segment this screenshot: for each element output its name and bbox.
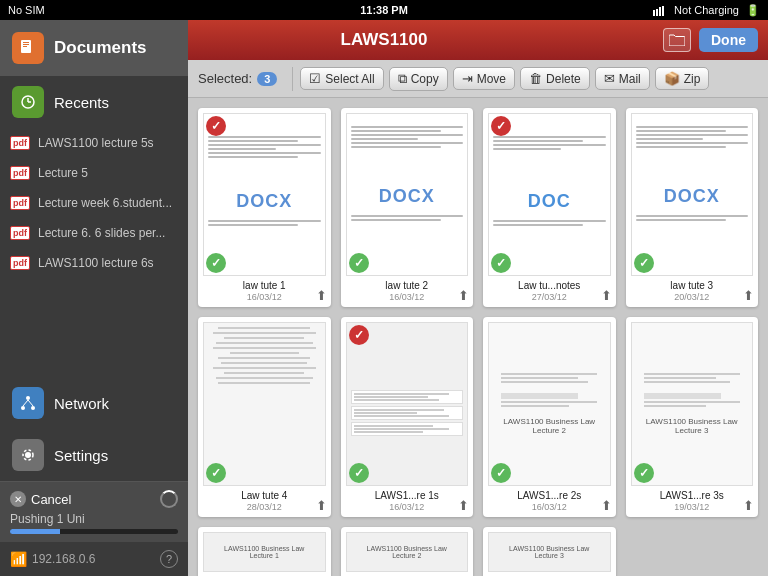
share-icon-2[interactable]: ⬆ bbox=[601, 288, 612, 303]
file-date-2: 27/03/12 bbox=[532, 292, 567, 302]
selected-count-badge: 3 bbox=[257, 72, 277, 86]
copy-icon: ⧉ bbox=[398, 71, 407, 87]
status-time: 11:38 PM bbox=[360, 4, 408, 16]
move-label: Move bbox=[477, 72, 506, 86]
mail-icon: ✉ bbox=[604, 71, 615, 86]
file-card-4[interactable]: ✓ Law tute 4 28/03/12 ⬆ bbox=[198, 317, 331, 516]
wifi-ip: 192.168.0.6 bbox=[32, 552, 95, 566]
cancel-push-area: ✕ Cancel Pushing 1 Uni bbox=[0, 482, 188, 542]
selected-check-3: ✓ bbox=[634, 253, 654, 273]
cancel-x-icon: ✕ bbox=[10, 491, 26, 507]
cancel-label: Cancel bbox=[31, 492, 71, 507]
sidebar-file-3[interactable]: pdf Lecture 6. 6 slides per... bbox=[0, 218, 188, 248]
selected-count-area: Selected: 3 bbox=[198, 71, 277, 86]
file-card-2[interactable]: ✓ DOC bbox=[483, 108, 616, 307]
pdf-badge: pdf bbox=[10, 166, 30, 180]
share-icon-3[interactable]: ⬆ bbox=[743, 288, 754, 303]
file-name-grid-2: Law tu...notes bbox=[518, 280, 580, 292]
file-name-grid-3: law tute 3 bbox=[670, 280, 713, 292]
red-check-5: ✓ bbox=[349, 325, 369, 345]
share-icon-4[interactable]: ⬆ bbox=[316, 498, 327, 513]
sidebar-item-network[interactable]: Network bbox=[0, 377, 188, 429]
file-card-10[interactable]: LAWS1100 Business LawLecture 3 bbox=[483, 527, 616, 576]
delete-icon: 🗑 bbox=[529, 71, 542, 86]
move-button[interactable]: ⇥ Move bbox=[453, 67, 515, 90]
progress-bar bbox=[10, 529, 178, 534]
file-name-grid-6: LAWS1...re 2s bbox=[517, 490, 581, 502]
share-icon-0[interactable]: ⬆ bbox=[316, 288, 327, 303]
share-icon-6[interactable]: ⬆ bbox=[601, 498, 612, 513]
file-thumb-3: DOCX ✓ bbox=[631, 113, 754, 276]
share-icon-7[interactable]: ⬆ bbox=[743, 498, 754, 513]
file-thumb-2: ✓ DOC bbox=[488, 113, 611, 276]
file-card-7[interactable]: LAWS1100 Business LawLecture 3 ✓ LAWS1..… bbox=[626, 317, 759, 516]
folder-button[interactable] bbox=[663, 28, 691, 52]
status-right: Not Charging 🔋 bbox=[653, 4, 760, 17]
recents-icon bbox=[12, 86, 44, 118]
file-card-1[interactable]: DOCX ✓ law tute 2 16/03/12 ⬆ bbox=[341, 108, 474, 307]
zip-label: Zip bbox=[684, 72, 701, 86]
file-card-8[interactable]: LAWS1100 Business LawLecture 1 bbox=[198, 527, 331, 576]
file-grid-container[interactable]: ✓ DOCX bbox=[188, 98, 768, 576]
copy-button[interactable]: ⧉ Copy bbox=[389, 67, 448, 91]
svg-rect-7 bbox=[23, 46, 27, 47]
file-type-label-0: DOCX bbox=[236, 191, 292, 212]
file-name-4: LAWS1100 lecture 6s bbox=[38, 256, 154, 270]
sidebar-file-list: pdf LAWS1100 lecture 5s pdf Lecture 5 pd… bbox=[0, 128, 188, 377]
file-type-label-2: DOC bbox=[528, 191, 571, 212]
sidebar-file-2[interactable]: pdf Lecture week 6.student... bbox=[0, 188, 188, 218]
sidebar-file-0[interactable]: pdf LAWS1100 lecture 5s bbox=[0, 128, 188, 158]
cancel-push-row: ✕ Cancel bbox=[10, 490, 178, 508]
zip-button[interactable]: 📦 Zip bbox=[655, 67, 710, 90]
file-thumb-6: LAWS1100 Business LawLecture 2 ✓ bbox=[488, 322, 611, 485]
file-name-grid-0: law tute 1 bbox=[243, 280, 286, 292]
file-type-label-1: DOCX bbox=[379, 186, 435, 207]
file-thumb-7: LAWS1100 Business LawLecture 3 ✓ bbox=[631, 322, 754, 485]
file-name-grid-4: Law tute 4 bbox=[241, 490, 287, 502]
documents-icon bbox=[12, 32, 44, 64]
svg-rect-5 bbox=[23, 42, 29, 43]
main-content: LAWS1100 Done Selected: 3 ☑ Select All ⧉… bbox=[188, 20, 768, 576]
file-card-3[interactable]: DOCX ✓ law tute 3 20/03/12 ⬆ bbox=[626, 108, 759, 307]
sidebar-file-4[interactable]: pdf LAWS1100 lecture 6s bbox=[0, 248, 188, 278]
svg-rect-3 bbox=[662, 6, 664, 16]
delete-button[interactable]: 🗑 Delete bbox=[520, 67, 590, 90]
file-card-0[interactable]: ✓ DOCX bbox=[198, 108, 331, 307]
pdf-badge: pdf bbox=[10, 136, 30, 150]
svg-rect-6 bbox=[23, 44, 29, 45]
file-date-3: 20/03/12 bbox=[674, 292, 709, 302]
file-card-6[interactable]: LAWS1100 Business LawLecture 2 ✓ LAWS1..… bbox=[483, 317, 616, 516]
file-card-9[interactable]: LAWS1100 Business LawLecture 2 bbox=[341, 527, 474, 576]
selected-check-4: ✓ bbox=[206, 463, 226, 483]
selected-check-6: ✓ bbox=[491, 463, 511, 483]
mail-button[interactable]: ✉ Mail bbox=[595, 67, 650, 90]
svg-rect-2 bbox=[659, 7, 661, 16]
move-icon: ⇥ bbox=[462, 71, 473, 86]
file-thumb-5: ✓ bbox=[346, 322, 469, 485]
file-name-grid-1: law tute 2 bbox=[385, 280, 428, 292]
select-all-icon: ☑ bbox=[309, 71, 321, 86]
file-type-label-3: DOCX bbox=[664, 186, 720, 207]
select-all-button[interactable]: ☑ Select All bbox=[300, 67, 383, 90]
pushing-label: Pushing 1 Uni bbox=[10, 512, 178, 526]
delete-label: Delete bbox=[546, 72, 581, 86]
red-check-0: ✓ bbox=[206, 116, 226, 136]
file-card-5[interactable]: ✓ bbox=[341, 317, 474, 516]
done-button[interactable]: Done bbox=[699, 28, 758, 52]
loading-spinner bbox=[160, 490, 178, 508]
wifi-left: 📶 192.168.0.6 bbox=[10, 551, 95, 567]
share-icon-1[interactable]: ⬆ bbox=[458, 288, 469, 303]
settings-label: Settings bbox=[54, 447, 108, 464]
sidebar-item-recents[interactable]: Recents bbox=[0, 76, 188, 128]
progress-fill bbox=[10, 529, 60, 534]
help-button[interactable]: ? bbox=[160, 550, 178, 568]
file-thumb-4: ✓ bbox=[203, 322, 326, 485]
selected-label: Selected: bbox=[198, 71, 252, 86]
share-icon-5[interactable]: ⬆ bbox=[458, 498, 469, 513]
recents-label: Recents bbox=[54, 94, 109, 111]
file-name-1: Lecture 5 bbox=[38, 166, 88, 180]
svg-line-14 bbox=[23, 400, 28, 406]
sidebar-file-1[interactable]: pdf Lecture 5 bbox=[0, 158, 188, 188]
sidebar-item-settings[interactable]: Settings bbox=[0, 429, 188, 481]
cancel-push-button[interactable]: ✕ Cancel bbox=[10, 491, 71, 507]
